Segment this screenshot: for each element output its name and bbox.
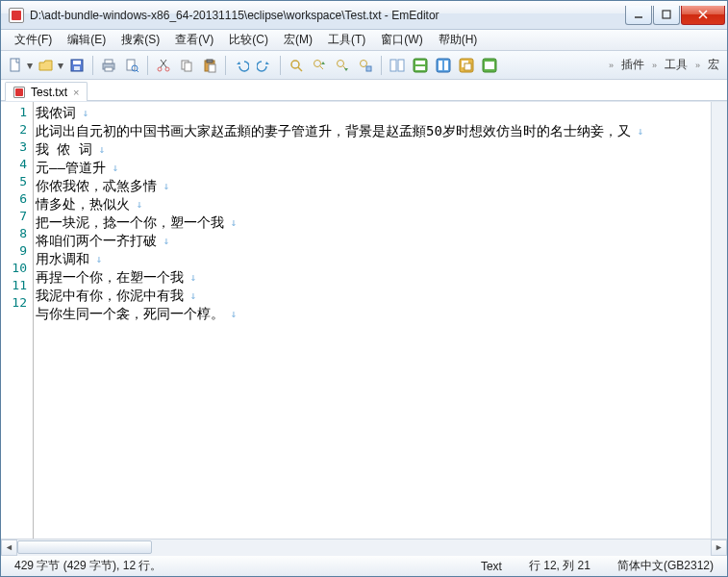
code-line[interactable]: 此词出自元初的中国书画大家赵孟頫的妻子管道升，背景是赵孟頫50岁时想效仿当时的名…: [36, 122, 707, 140]
status-position: 行 12, 列 21: [523, 558, 596, 574]
redo-button[interactable]: [254, 55, 275, 76]
svg-point-25: [314, 60, 321, 66]
open-file-button[interactable]: [36, 55, 57, 76]
line-number: 7: [1, 208, 27, 225]
chevron-icon: »: [650, 61, 659, 70]
window-title: D:\adt-bundle-windows-x86_64-20131115\ec…: [30, 9, 624, 22]
new-file-dropdown[interactable]: ▾: [26, 59, 34, 72]
menu-view[interactable]: 查看(V): [167, 30, 221, 50]
macro-toolbar-label[interactable]: 宏: [704, 57, 723, 73]
svg-rect-10: [105, 67, 113, 71]
svg-line-26: [320, 66, 323, 69]
print-button[interactable]: [98, 55, 119, 76]
svg-rect-6: [73, 61, 81, 64]
paste-button[interactable]: [199, 55, 220, 76]
app-window: D:\adt-bundle-windows-x86_64-20131115\ec…: [0, 0, 728, 577]
svg-rect-4: [11, 59, 19, 71]
svg-rect-31: [390, 60, 396, 71]
code-line[interactable]: 我泥中有你，你泥中有我 ↓: [36, 287, 707, 305]
editor: 123456789101112 我侬词 ↓此词出自元初的中国书画大家赵孟頫的妻子…: [1, 101, 727, 539]
titlebar[interactable]: D:\adt-bundle-windows-x86_64-20131115\ec…: [1, 1, 727, 30]
toolbar-overflow-icon[interactable]: »: [607, 61, 615, 70]
code-line[interactable]: 将咱们两个一齐打破 ↓: [36, 232, 707, 250]
scroll-right-button[interactable]: ►: [711, 539, 727, 556]
line-number: 3: [1, 138, 27, 156]
single-window-button[interactable]: [479, 55, 500, 76]
line-number: 5: [1, 173, 27, 190]
line-number: 10: [1, 260, 27, 277]
menu-compare[interactable]: 比较(C): [221, 30, 276, 50]
svg-rect-30: [366, 66, 371, 71]
svg-rect-9: [105, 60, 113, 63]
file-tab[interactable]: Test.txt ×: [5, 82, 88, 101]
close-button[interactable]: [681, 6, 725, 25]
newline-marker-icon: ↓: [184, 289, 196, 302]
svg-point-29: [361, 60, 367, 66]
code-line[interactable]: 情多处，热似火 ↓: [36, 195, 707, 213]
file-icon: [13, 87, 25, 98]
menu-window[interactable]: 窗口(W): [373, 30, 430, 50]
code-line[interactable]: 把一块泥，捻一个你，塑一个我 ↓: [36, 213, 707, 232]
code-line[interactable]: 再捏一个你，在塑一个我 ↓: [36, 268, 707, 287]
newline-marker-icon: ↓: [76, 107, 88, 119]
menu-edit[interactable]: 编辑(E): [60, 30, 113, 50]
code-line[interactable]: 元——管道升 ↓: [36, 159, 707, 177]
new-file-button[interactable]: [5, 55, 26, 76]
close-tab-icon[interactable]: ×: [73, 87, 79, 98]
svg-point-16: [158, 67, 162, 71]
copy-button[interactable]: [176, 55, 197, 76]
scroll-track[interactable]: [17, 539, 711, 556]
code-line[interactable]: 我侬词 ↓: [36, 104, 707, 122]
code-line[interactable]: 与你生同一个衾，死同一个椁。 ↓: [36, 305, 707, 323]
tools-toolbar-label[interactable]: 工具: [661, 57, 691, 73]
svg-rect-21: [207, 60, 213, 63]
save-button[interactable]: [66, 55, 88, 76]
svg-rect-7: [74, 66, 80, 70]
menu-tools[interactable]: 工具(T): [320, 30, 373, 50]
text-area[interactable]: 我侬词 ↓此词出自元初的中国书画大家赵孟頫的妻子管道升，背景是赵孟頫50岁时想效…: [34, 102, 711, 539]
newline-marker-icon: ↓: [92, 143, 105, 156]
status-bytes: 429 字节 (429 字节), 12 行。: [9, 558, 167, 574]
undo-button[interactable]: [231, 55, 252, 76]
plugins-toolbar-label[interactable]: 插件: [617, 57, 648, 73]
find-next-button[interactable]: [332, 55, 353, 76]
scroll-thumb[interactable]: [17, 540, 152, 554]
svg-rect-19: [185, 63, 191, 71]
menu-macro[interactable]: 宏(M): [276, 30, 320, 50]
code-line[interactable]: 用水调和 ↓: [36, 250, 707, 268]
statusbar: 429 字节 (429 字节), 12 行。 Text 行 12, 列 21 简…: [1, 555, 727, 576]
replace-button[interactable]: [355, 55, 376, 76]
svg-rect-38: [444, 61, 448, 70]
cut-button[interactable]: [153, 55, 174, 76]
svg-point-27: [338, 60, 344, 66]
svg-rect-37: [439, 61, 442, 70]
menu-help[interactable]: 帮助(H): [431, 30, 486, 50]
code-line[interactable]: 我 侬 词 ↓: [36, 140, 707, 159]
find-button[interactable]: [286, 55, 307, 76]
line-number: 9: [1, 242, 27, 260]
find-prev-button[interactable]: [309, 55, 330, 76]
cascade-button[interactable]: [456, 55, 477, 76]
maximize-button[interactable]: [653, 6, 680, 25]
menu-search[interactable]: 搜索(S): [113, 30, 167, 50]
minimize-button[interactable]: [625, 6, 652, 25]
scroll-left-button[interactable]: ◄: [1, 539, 17, 556]
tab-strip: Test.txt ×: [1, 80, 727, 101]
code-line[interactable]: 你侬我侬，忒煞多情 ↓: [36, 177, 707, 195]
vertical-scrollbar[interactable]: [711, 102, 727, 539]
chevron-icon: »: [693, 61, 702, 70]
tile-horz-button[interactable]: [410, 55, 431, 76]
toolbar: ▾ ▾ » 插件 » 工具 » 宏: [1, 51, 727, 80]
line-number: 1: [1, 104, 27, 121]
tile-vert-button[interactable]: [433, 55, 454, 76]
open-file-dropdown[interactable]: ▾: [57, 59, 64, 72]
app-icon: [9, 8, 24, 23]
svg-point-23: [291, 61, 299, 68]
svg-rect-34: [415, 61, 425, 64]
newline-marker-icon: ↓: [157, 180, 169, 192]
print-preview-button[interactable]: [121, 55, 142, 76]
menu-file[interactable]: 文件(F): [7, 30, 60, 50]
newline-marker-icon: ↓: [224, 308, 237, 320]
horizontal-scrollbar[interactable]: ◄ ►: [1, 539, 727, 555]
compare-button[interactable]: [387, 55, 408, 76]
